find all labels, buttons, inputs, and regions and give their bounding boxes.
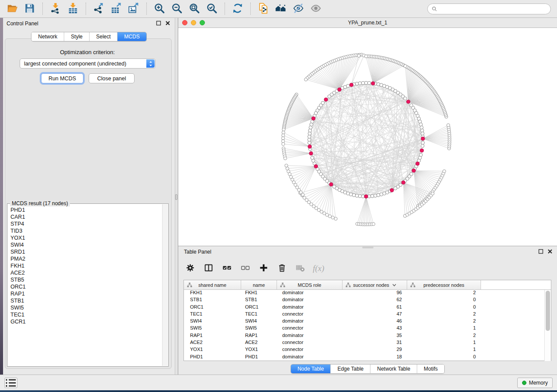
task-history-button[interactable] <box>4 378 17 388</box>
delete-button[interactable] <box>276 263 287 274</box>
mcds-result-item[interactable]: STP4 <box>10 220 161 227</box>
table-scrollbar[interactable] <box>544 290 551 361</box>
table-row[interactable]: ORC1ORC1dominator610 <box>184 304 545 311</box>
show-all-button[interactable] <box>307 1 325 16</box>
window-minimize-icon[interactable] <box>191 20 196 25</box>
tab-network-table[interactable]: Network Table <box>370 364 417 373</box>
panel-splitter[interactable] <box>175 18 178 375</box>
table-row[interactable]: SWI5SWI5connector431 <box>184 325 545 332</box>
memory-button[interactable]: Memory <box>517 378 553 388</box>
refresh-button[interactable] <box>229 1 246 16</box>
mcds-result-item[interactable]: FKH1 <box>10 262 161 269</box>
column-label: shared name <box>198 282 226 288</box>
duplicate-network-icon <box>258 3 269 15</box>
table-row[interactable]: FKH1FKH1dominator962 <box>184 290 545 297</box>
destroy-table-button[interactable] <box>294 263 306 274</box>
column-header-successor-nodes[interactable]: successor nodes <box>343 280 407 289</box>
table-row[interactable]: RAP1RAP1dominator352 <box>184 333 545 340</box>
tab-node-table[interactable]: Node Table <box>291 364 331 373</box>
mcds-result-item[interactable]: PHD1 <box>10 206 161 213</box>
float-panel-icon[interactable] <box>156 21 161 26</box>
mcds-result-item[interactable]: SWI5 <box>10 304 161 311</box>
table-row[interactable]: ACE2ACE2connector311 <box>184 340 545 347</box>
mcds-result-item[interactable]: TID3 <box>10 227 161 234</box>
search-box[interactable] <box>427 3 551 14</box>
close-panel-icon[interactable] <box>165 21 170 26</box>
mcds-result-item[interactable]: CAR1 <box>10 213 161 220</box>
zoom-out-button[interactable] <box>168 1 186 16</box>
tab-mcds[interactable]: MCDS <box>117 32 146 41</box>
column-label: MCDS role <box>298 282 322 288</box>
tab-select[interactable]: Select <box>89 32 117 41</box>
mcds-result-list: PHD1CAR1STP4TID3YOX1SWI4SRD1PMA2FKH1ACE2… <box>8 206 161 365</box>
export-network-button[interactable] <box>90 1 107 16</box>
table-row[interactable]: SWI4SWI4dominator462 <box>184 318 545 325</box>
close-panel-button[interactable]: Close panel <box>89 73 135 83</box>
function-builder-button[interactable]: f(x) <box>313 263 324 274</box>
column-header-name[interactable]: name <box>241 280 277 289</box>
window-zoom-icon[interactable] <box>200 20 205 25</box>
table-cell: 1 <box>407 347 481 354</box>
save-button[interactable] <box>21 1 38 16</box>
table-cell: 31 <box>343 340 407 347</box>
deselect-all-icon <box>241 263 250 274</box>
table-row[interactable]: YOX1YOX1connector291 <box>184 347 545 354</box>
home-view-icon <box>275 3 287 15</box>
mcds-result-item[interactable]: SWI4 <box>10 241 161 248</box>
duplicate-network-button[interactable] <box>255 1 272 16</box>
network-canvas[interactable] <box>178 28 557 246</box>
zoom-fit-button[interactable] <box>186 1 203 16</box>
select-all-icon <box>222 263 232 274</box>
mcds-result-item[interactable]: ORC1 <box>10 283 161 290</box>
column-header-MCDS-role[interactable]: MCDS role <box>277 280 343 289</box>
float-table-panel-icon[interactable] <box>538 249 543 254</box>
mcds-result-item[interactable]: SRD1 <box>10 248 161 255</box>
zoom-in-button[interactable] <box>151 1 168 16</box>
tab-network[interactable]: Network <box>31 32 64 41</box>
mcds-result-item[interactable]: STB1 <box>10 297 161 304</box>
table-cell: dominator <box>277 318 343 325</box>
mcds-result-item[interactable]: PMA2 <box>10 255 161 262</box>
mcds-result-item[interactable]: YOX1 <box>10 234 161 241</box>
tab-style[interactable]: Style <box>64 32 89 41</box>
optimization-criterion-select[interactable]: largest connected component (undirected) <box>20 58 156 69</box>
columns-button[interactable] <box>203 263 214 274</box>
settings-button[interactable] <box>184 263 196 274</box>
table-cell: SWI4 <box>241 318 277 325</box>
select-all-button[interactable] <box>221 263 232 274</box>
import-network-button[interactable] <box>47 1 64 16</box>
export-image-button[interactable] <box>125 1 142 16</box>
tab-motifs[interactable]: Motifs <box>417 364 444 373</box>
close-table-panel-icon[interactable] <box>547 249 553 254</box>
home-view-button[interactable] <box>272 1 290 16</box>
mcds-result-item[interactable]: TEC1 <box>10 311 161 318</box>
add-button[interactable] <box>258 263 269 274</box>
table-cell: 61 <box>343 304 407 311</box>
columns-icon <box>204 263 213 274</box>
mcds-list-scrollbar[interactable] <box>162 204 168 366</box>
table-cell: dominator <box>277 304 343 311</box>
search-input[interactable] <box>440 6 547 12</box>
open-button[interactable] <box>3 1 21 16</box>
mcds-result-item[interactable]: STB5 <box>10 276 161 283</box>
table-cell: ACE2 <box>241 340 277 347</box>
zoom-selected-button[interactable] <box>203 1 221 16</box>
mcds-result-item[interactable]: RAP1 <box>10 290 161 297</box>
export-table-button[interactable] <box>107 1 125 16</box>
column-header-predecessor-nodes[interactable]: predecessor nodes <box>407 280 481 289</box>
splitter-grip[interactable] <box>175 194 177 200</box>
mcds-result-item[interactable]: GCR1 <box>10 318 161 325</box>
table-scrollbar-thumb[interactable] <box>546 291 550 331</box>
hide-selected-button[interactable] <box>290 1 307 16</box>
table-row[interactable]: TEC1TEC1connector472 <box>184 311 545 318</box>
run-mcds-button[interactable]: Run MCDS <box>41 73 83 83</box>
window-close-icon[interactable] <box>182 20 187 25</box>
table-cell: STB1 <box>241 297 277 304</box>
import-table-button[interactable] <box>64 1 82 16</box>
mcds-result-item[interactable]: ACE2 <box>10 269 161 276</box>
table-row[interactable]: STB1STB1dominator620 <box>184 297 545 304</box>
table-row[interactable]: PHD1PHD1dominator180 <box>184 354 545 361</box>
column-header-shared-name[interactable]: shared name <box>184 280 241 289</box>
deselect-all-button[interactable] <box>239 263 251 274</box>
tab-edge-table[interactable]: Edge Table <box>330 364 370 373</box>
